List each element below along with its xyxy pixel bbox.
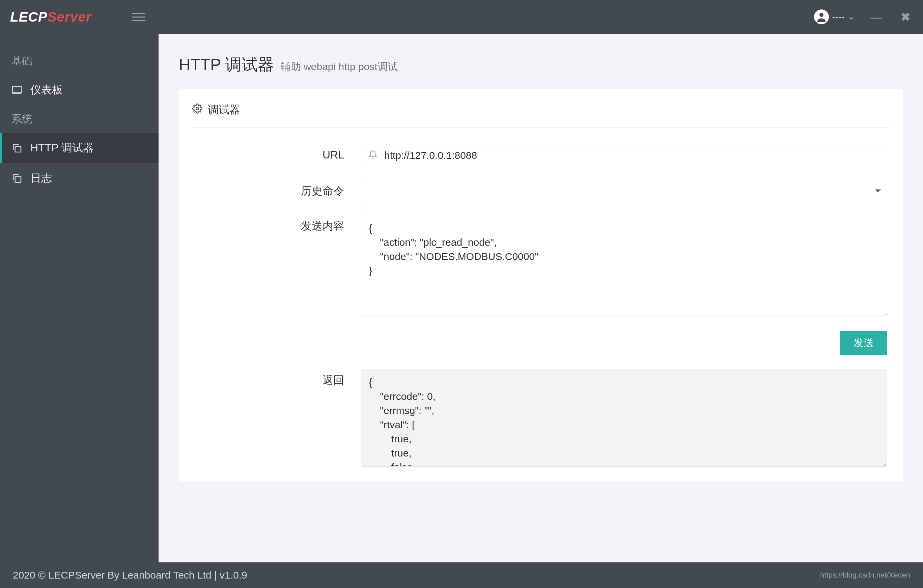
- footer: 2020 © LECPServer By Leanboard Tech Ltd …: [0, 562, 923, 588]
- history-select[interactable]: [361, 180, 887, 201]
- debugger-panel: 调试器 URL 历史命令 发送内容: [179, 89, 903, 482]
- send-button[interactable]: 发送: [840, 331, 887, 355]
- page-subtitle: 辅助 webapi http post调试: [281, 60, 398, 74]
- sidebar: 基础 仪表板 系统 HTTP 调试器 日志: [0, 34, 159, 562]
- sidebar-item-label: HTTP 调试器: [30, 141, 94, 156]
- logo-part2: Server: [48, 10, 92, 24]
- sidebar-item-http-debugger[interactable]: HTTP 调试器: [0, 133, 159, 163]
- page-title: HTTP 调试器: [179, 54, 274, 75]
- user-menu[interactable]: ---- ⌄: [814, 10, 854, 24]
- monitor-icon: [11, 85, 22, 95]
- logo-part1: LECP: [10, 10, 48, 24]
- return-textarea[interactable]: [361, 369, 887, 467]
- window-minimize-icon[interactable]: —: [868, 10, 885, 24]
- sidebar-item-dashboard[interactable]: 仪表板: [0, 75, 159, 105]
- svg-rect-3: [15, 146, 21, 152]
- app-logo: LECPServer: [10, 10, 92, 25]
- copy-icon: [11, 142, 22, 153]
- history-label: 历史命令: [192, 180, 361, 198]
- sidebar-section-basic: 基础: [0, 47, 159, 75]
- footer-right: https://blog.csdn.net/Xeden: [820, 571, 910, 580]
- window-close-icon[interactable]: ✖: [898, 10, 913, 24]
- main-content: HTTP 调试器 辅助 webapi http post调试 调试器 URL 历…: [159, 34, 923, 562]
- svg-rect-4: [15, 177, 21, 182]
- sidebar-item-label: 仪表板: [30, 83, 63, 97]
- menu-toggle-icon[interactable]: [132, 13, 145, 21]
- svg-point-5: [196, 107, 199, 110]
- chevron-down-icon: ⌄: [848, 13, 854, 21]
- sidebar-item-log[interactable]: 日志: [0, 163, 159, 193]
- avatar-icon: [814, 10, 829, 24]
- copy-icon: [11, 173, 22, 184]
- url-label: URL: [192, 145, 361, 161]
- panel-title: 调试器: [208, 103, 240, 117]
- return-label: 返回: [192, 369, 361, 388]
- bell-icon: [368, 150, 384, 161]
- svg-point-0: [820, 13, 823, 17]
- send-body-textarea[interactable]: [361, 215, 887, 316]
- sidebar-item-label: 日志: [30, 171, 52, 186]
- gear-icon: [192, 103, 202, 116]
- url-input[interactable]: [384, 150, 880, 161]
- send-body-label: 发送内容: [192, 215, 361, 234]
- sidebar-section-system: 系统: [0, 105, 159, 133]
- topbar: LECPServer ---- ⌄ — ✖: [0, 0, 923, 34]
- username-label: ----: [832, 11, 845, 22]
- svg-rect-1: [13, 86, 21, 93]
- footer-left: 2020 © LECPServer By Leanboard Tech Ltd …: [13, 570, 247, 581]
